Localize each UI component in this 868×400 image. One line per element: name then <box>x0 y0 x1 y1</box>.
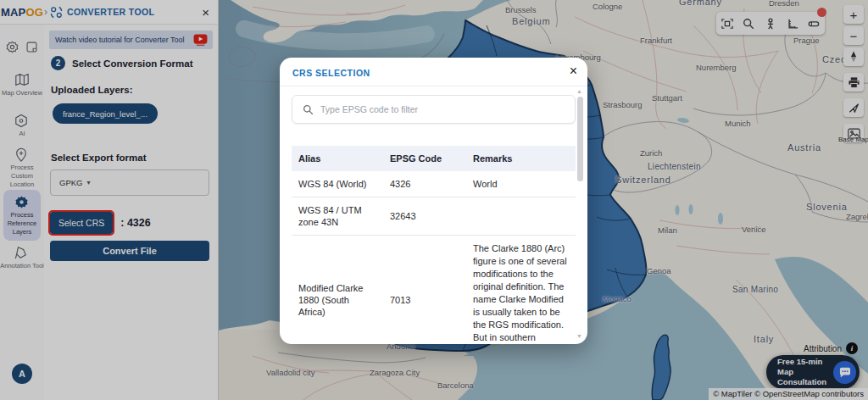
remarks-cell: World <box>466 171 576 197</box>
scrollbar-down-arrow[interactable]: ▼ <box>576 333 582 339</box>
table-header-row: Alias EPSG Code Remarks <box>292 146 576 171</box>
modal-title: CRS SELECTION <box>292 68 370 78</box>
crs-selection-modal: CRS SELECTION × Type EPSG code to filter… <box>280 58 587 344</box>
app-window: Brussels Belgium Cologne Germany Dresden… <box>0 0 868 400</box>
column-header: Alias <box>292 146 383 171</box>
remarks-cell: The Clarke 1880 (Arc) figure is one of s… <box>466 236 576 344</box>
table-row[interactable]: WGS 84 / UTM zone 43N 32643 <box>292 197 576 236</box>
epsg-search-input[interactable]: Type EPSG code to filter <box>292 95 576 124</box>
alias-cell: WGS 84 (World) <box>292 171 383 197</box>
epsg-cell: 4326 <box>383 171 466 197</box>
scrollbar-up-arrow[interactable]: ▲ <box>576 88 582 94</box>
divider <box>280 86 587 86</box>
remarks-cell <box>466 197 576 235</box>
alias-cell: Modified Clarke 1880 (South Africa) <box>292 236 383 344</box>
epsg-cell: 7013 <box>383 236 466 344</box>
table-row[interactable]: WGS 84 (World) 4326 World <box>292 171 576 197</box>
search-placeholder: Type EPSG code to filter <box>320 104 418 114</box>
table-row[interactable]: Modified Clarke 1880 (South Africa) 7013… <box>292 236 576 344</box>
column-header: EPSG Code <box>383 146 466 171</box>
alias-cell: WGS 84 / UTM zone 43N <box>292 197 383 235</box>
epsg-cell: 32643 <box>383 197 466 235</box>
search-icon <box>303 104 314 115</box>
crs-table: Alias EPSG Code Remarks WGS 84 (World) 4… <box>292 146 576 344</box>
modal-close-button[interactable]: × <box>570 64 577 78</box>
column-header: Remarks <box>466 146 576 171</box>
scrollbar-thumb[interactable] <box>577 97 583 181</box>
